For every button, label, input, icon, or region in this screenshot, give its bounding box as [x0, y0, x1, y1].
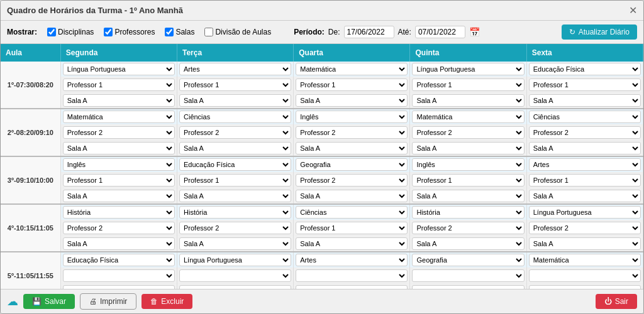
header-aula: Aula	[1, 44, 60, 62]
professor-select-2-4[interactable]: Professor 1	[529, 174, 641, 187]
professor-select-3-2[interactable]: Professor 1	[296, 222, 408, 234]
sala-select-0-4[interactable]: Sala A	[529, 94, 641, 107]
checkbox-disciplinas[interactable]: Disciplinas	[47, 28, 94, 36]
sala-select-0-0[interactable]: Sala A	[63, 94, 175, 107]
discipline-select-3-4[interactable]: Língua Portuguesa	[529, 206, 641, 219]
day-cell-2-0: InglêsProfessor 1Sala A	[60, 156, 177, 204]
professor-select-4-4[interactable]	[529, 269, 641, 282]
window-title: Quadro de Horários da Turma - 1º Ano Man…	[7, 6, 183, 15]
checkbox-salas[interactable]: Salas	[165, 28, 194, 36]
sala-select-2-4[interactable]: Sala A	[529, 190, 641, 202]
update-button-label: Atualizar Diário	[579, 28, 630, 36]
sala-select-3-3[interactable]: Sala A	[412, 237, 524, 250]
sala-select-1-4[interactable]: Sala A	[529, 142, 641, 154]
discipline-select-1-1[interactable]: Ciências	[179, 111, 291, 123]
calendar-icon[interactable]: 📅	[469, 27, 480, 37]
discipline-select-0-0[interactable]: Língua Portuguesa	[63, 63, 175, 75]
de-input[interactable]	[344, 26, 394, 38]
professor-select-4-3[interactable]	[412, 269, 524, 282]
day-cell-4-3: GeografiaSala A	[410, 252, 526, 289]
discipline-select-3-0[interactable]: História	[63, 206, 175, 219]
excluir-label: Excluir	[161, 297, 184, 306]
professor-select-3-0[interactable]: Professor 2	[63, 222, 175, 234]
ate-input[interactable]	[415, 26, 465, 38]
discipline-select-4-2[interactable]: Artes	[296, 254, 408, 266]
professor-select-2-2[interactable]: Professor 2	[296, 174, 408, 187]
sala-select-3-4[interactable]: Sala A	[529, 237, 641, 250]
discipline-select-4-3[interactable]: Geografia	[412, 254, 524, 266]
professor-select-4-1[interactable]	[179, 269, 291, 282]
close-button[interactable]: ✕	[629, 4, 637, 16]
professor-select-1-4[interactable]: Professor 2	[529, 126, 641, 139]
professor-select-3-1[interactable]: Professor 2	[179, 222, 291, 234]
professor-select-0-0[interactable]: Professor 1	[63, 78, 175, 91]
professor-select-0-3[interactable]: Professor 1	[412, 78, 524, 91]
professor-select-4-0[interactable]	[63, 269, 175, 282]
professor-select-1-3[interactable]: Professor 2	[412, 126, 524, 139]
sala-select-2-0[interactable]: Sala A	[63, 190, 175, 202]
sala-select-1-1[interactable]: Sala A	[179, 142, 291, 154]
discipline-select-0-1[interactable]: Artes	[179, 63, 291, 75]
professor-select-3-4[interactable]: Professor 2	[529, 222, 641, 234]
excluir-icon: 🗑	[150, 297, 158, 306]
sala-select-0-1[interactable]: Sala A	[179, 94, 291, 107]
checkbox-professores-input[interactable]	[104, 28, 113, 36]
discipline-select-4-4[interactable]: Matemática	[529, 254, 641, 266]
print-button[interactable]: 🖨 Imprimir	[80, 293, 136, 310]
discipline-select-3-3[interactable]: História	[412, 206, 524, 219]
discipline-select-3-2[interactable]: Ciências	[296, 206, 408, 219]
aula-cell-4: 5º-11:05/11:55	[1, 252, 60, 289]
discipline-select-0-4[interactable]: Educação Física	[529, 63, 641, 75]
discipline-select-1-0[interactable]: Matemática	[63, 111, 175, 123]
discipline-select-4-1[interactable]: Língua Portuguesa	[179, 254, 291, 266]
excluir-button[interactable]: 🗑 Excluir	[142, 294, 192, 309]
sala-select-0-2[interactable]: Sala A	[296, 94, 408, 107]
sala-select-2-2[interactable]: Sala A	[296, 190, 408, 202]
discipline-select-1-2[interactable]: Inglês	[296, 111, 408, 123]
discipline-select-1-3[interactable]: Matemática	[412, 111, 524, 123]
discipline-select-3-1[interactable]: História	[179, 206, 291, 219]
professor-select-2-3[interactable]: Professor 1	[412, 174, 524, 187]
professor-select-1-1[interactable]: Professor 2	[179, 126, 291, 139]
sala-select-3-0[interactable]: Sala A	[63, 237, 175, 250]
discipline-select-2-1[interactable]: Educação Física	[179, 158, 291, 171]
checkbox-disciplinas-input[interactable]	[47, 28, 56, 36]
discipline-select-0-2[interactable]: Matemática	[296, 63, 408, 75]
day-cell-0-0: Língua PortuguesaProfessor 1Sala A	[60, 62, 177, 109]
sala-select-3-1[interactable]: Sala A	[179, 237, 291, 250]
sala-select-1-0[interactable]: Sala A	[63, 142, 175, 154]
discipline-select-2-2[interactable]: Geografia	[296, 158, 408, 171]
checkbox-divisao-input[interactable]	[204, 28, 213, 36]
professor-select-0-4[interactable]: Professor 1	[529, 78, 641, 91]
professor-select-4-2[interactable]	[296, 269, 408, 282]
discipline-select-2-4[interactable]: Artes	[529, 158, 641, 171]
bottom-bar: ☁ 💾 Salvar 🖨 Imprimir 🗑 Excluir ⏻ Sair	[1, 289, 643, 313]
sair-button[interactable]: ⏻ Sair	[596, 294, 637, 309]
discipline-select-2-3[interactable]: Inglês	[412, 158, 524, 171]
discipline-select-1-4[interactable]: Ciências	[529, 111, 641, 123]
discipline-select-2-0[interactable]: Inglês	[63, 158, 175, 171]
professor-select-0-2[interactable]: Professor 1	[296, 78, 408, 91]
checkbox-salas-input[interactable]	[165, 28, 174, 36]
checkbox-divisao[interactable]: Divisão de Aulas	[204, 28, 271, 36]
sala-select-2-1[interactable]: Sala A	[179, 190, 291, 202]
discipline-select-4-0[interactable]: Educação Física	[63, 254, 175, 266]
sala-select-3-2[interactable]: Sala A	[296, 237, 408, 250]
checkbox-professores[interactable]: Professores	[104, 28, 155, 36]
professor-select-0-1[interactable]: Professor 1	[179, 78, 291, 91]
professor-select-3-3[interactable]: Professor 2	[412, 222, 524, 234]
professor-select-2-1[interactable]: Professor 1	[179, 174, 291, 187]
update-button[interactable]: ↻ Atualizar Diário	[562, 24, 637, 40]
professor-select-2-0[interactable]: Professor 1	[63, 174, 175, 187]
day-cell-3-1: HistóriaProfessor 2Sala A	[177, 204, 294, 252]
discipline-select-0-3[interactable]: Língua Portuguesa	[412, 63, 524, 75]
sala-select-0-3[interactable]: Sala A	[412, 94, 524, 107]
professor-select-1-2[interactable]: Professor 2	[296, 126, 408, 139]
save-button[interactable]: 💾 Salvar	[23, 294, 75, 309]
sala-select-1-3[interactable]: Sala A	[412, 142, 524, 154]
professor-select-1-0[interactable]: Professor 2	[63, 126, 175, 139]
day-cell-0-4: Educação FísicaProfessor 1Sala A	[526, 62, 643, 109]
sala-select-1-2[interactable]: Sala A	[296, 142, 408, 154]
sala-select-2-3[interactable]: Sala A	[412, 190, 524, 202]
day-cell-1-2: InglêsProfessor 2Sala A	[294, 109, 410, 156]
